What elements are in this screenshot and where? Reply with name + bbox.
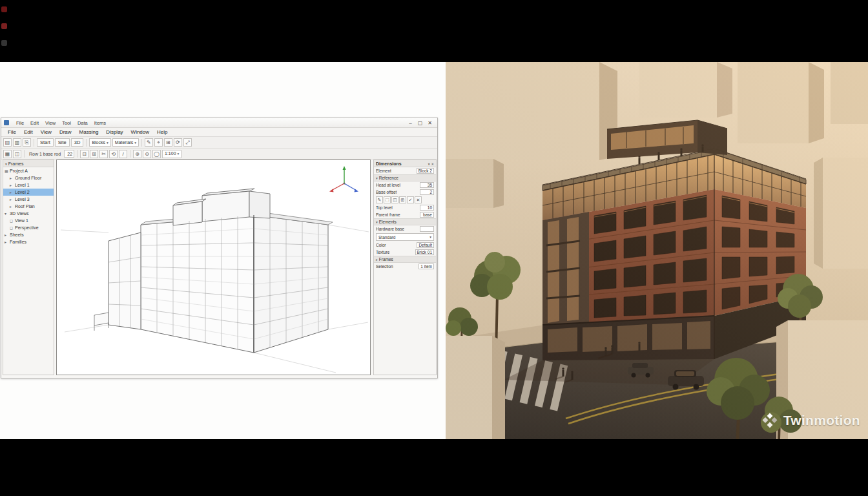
axis-z (344, 183, 356, 191)
prop-value-field[interactable]: Block 2 (417, 168, 434, 174)
menu-item[interactable]: Display (102, 129, 127, 135)
rotate-icon[interactable]: ⟳ (174, 138, 182, 147)
toolbar-text-button[interactable]: Site (55, 138, 70, 147)
title-menu-item[interactable]: Items (91, 120, 109, 126)
prop-value-field[interactable]: 1 item (418, 264, 434, 269)
extend-icon[interactable]: ⊞ (90, 150, 98, 158)
tree-item[interactable]: ▸ Level 2 (3, 189, 54, 196)
undo-icon[interactable]: ⟲ (109, 150, 118, 158)
axis-origin (344, 183, 346, 185)
menu-item[interactable]: Massing (76, 129, 103, 135)
snap-icon[interactable]: ⌖ (154, 138, 163, 147)
tree-item[interactable]: ▸ Ground Floor (3, 174, 54, 181)
open-file-icon[interactable]: ▥ (13, 138, 21, 147)
material-dropdown[interactable]: Standard ▾ (376, 233, 434, 241)
tree-item-label: Level 3 (15, 197, 30, 202)
prop-row: Selection 1 item (374, 263, 436, 270)
views-icon[interactable]: ◫ (13, 150, 21, 158)
prop-label: Color (376, 243, 386, 247)
layers-icon[interactable]: ▦ (3, 150, 12, 158)
draw-line-icon[interactable]: / (119, 150, 127, 158)
prop-row: Base offset 2 (374, 189, 436, 196)
menu-item[interactable]: Edit (20, 129, 37, 135)
menu-item[interactable]: Help (153, 129, 171, 135)
tree-item[interactable]: ▾ 3D Views (3, 210, 54, 217)
tree-item-label: Families (10, 240, 26, 244)
trim-icon[interactable]: ✂ (99, 150, 108, 158)
title-menu-item[interactable]: Data (74, 120, 91, 126)
mirror-icon[interactable]: ◫ (391, 196, 398, 203)
tree-item-icon: ▸ (10, 190, 15, 194)
menu-item[interactable]: File (4, 129, 20, 135)
toolbar-dropdown[interactable]: Blocks▾ (89, 138, 110, 147)
toolbar-field-value[interactable]: 22 (64, 150, 74, 158)
tree-item[interactable]: ◻ Perspective (3, 224, 54, 231)
zoom-out-icon[interactable]: ⊖ (143, 150, 151, 158)
move-icon[interactable]: ⤢ (183, 138, 192, 147)
menu-item[interactable]: Draw (56, 129, 76, 135)
wireframe-building-drawing (57, 160, 370, 375)
twinmotion-logo-text: Twinmotion (783, 413, 860, 428)
menu-strip: FileEditViewDrawMassingDisplayWindowHelp (4, 129, 172, 135)
prop-section-title: Frames (379, 257, 393, 262)
toolbar-text-button[interactable]: 3D (71, 138, 84, 147)
tree-item[interactable]: ◻ View 1 (3, 217, 54, 224)
zoom-in-icon[interactable]: ⊕ (133, 150, 141, 158)
prop-label: Texture (376, 250, 389, 254)
minimize-button[interactable]: – (406, 120, 415, 126)
prop-value-field[interactable] (420, 226, 434, 232)
entry-canopy (94, 313, 108, 331)
tree-list: ▦ Project A ▸ Ground Floor ▸ Level 1 (3, 167, 54, 245)
tree-panel-header[interactable]: ▾ Frames (3, 160, 54, 167)
prop-value-field[interactable]: 10 (420, 205, 434, 211)
tree-item-icon: ▦ (5, 169, 10, 173)
building-massing (108, 215, 328, 353)
tree-item[interactable]: ▸ Roof Plan (3, 203, 54, 210)
close-panel-icon[interactable]: ✕ (431, 162, 434, 166)
toolbar-field-label: Row 1 base rod (27, 152, 63, 156)
tree-item-label: Ground Floor (15, 176, 41, 180)
toolbar-dropdown[interactable]: Materials▾ (112, 138, 139, 147)
axis-y-arrow (343, 166, 346, 170)
grid-icon[interactable]: ⊞ (164, 138, 172, 147)
array-icon[interactable]: ⊞ (399, 196, 406, 203)
apply-icon[interactable]: ✓ (407, 196, 414, 203)
tree-item[interactable]: ▸ Level 3 (3, 196, 54, 203)
edit-icon[interactable]: ✎ (145, 138, 153, 147)
orbit-icon[interactable]: ◯ (152, 150, 161, 158)
section-icon[interactable]: ⊟ (80, 150, 88, 158)
maximize-button[interactable]: ▢ (415, 120, 425, 126)
toolbar-secondary: ▦◫ Row 1 base rod 22 ⊟⊞✂⟲ / ⊕⊖◯ 1:100▾ (1, 149, 437, 160)
save-icon[interactable]: ⎘ (23, 138, 31, 147)
menu-item[interactable]: View (37, 129, 56, 135)
tree-item[interactable]: ▸ Sheets (3, 231, 54, 238)
prop-value-field[interactable]: Brick 01 (415, 249, 434, 255)
title-menu-item[interactable]: Tool (59, 120, 74, 126)
new-file-icon[interactable]: ▤ (3, 138, 12, 147)
prop-section-header[interactable]: ▾ Elements (374, 218, 436, 225)
title-menu-item[interactable]: Edit (27, 120, 42, 126)
tree-item-icon: ▸ (10, 204, 15, 209)
toolbar-text-button[interactable]: Start (37, 138, 54, 147)
prop-value-field[interactable]: base (420, 212, 434, 218)
axis-gizmo[interactable] (329, 166, 358, 192)
tree-item[interactable]: ▸ Level 1 (3, 181, 54, 189)
warm-light-overlay (446, 62, 868, 439)
tree-item[interactable]: ▦ Project A (3, 167, 54, 174)
select-box-icon[interactable]: ⬚ (384, 196, 391, 203)
prop-section-header[interactable]: ▸ Frames (374, 256, 436, 263)
scale-dropdown[interactable]: 1:100▾ (162, 150, 181, 158)
prop-section-header[interactable]: ▾ Reference (374, 174, 436, 181)
prop-value-field[interactable]: 35 (420, 182, 434, 188)
title-menu-item[interactable]: File (13, 120, 27, 126)
tree-item[interactable]: ▸ Families (3, 238, 54, 245)
menu-item[interactable]: Window (127, 129, 153, 135)
edit-type-icon[interactable]: ✎ (376, 196, 383, 203)
drawing-viewport[interactable] (56, 160, 371, 375)
prop-value-field[interactable]: Default (417, 242, 434, 248)
clear-icon[interactable]: ✕ (415, 196, 422, 203)
title-menu-item[interactable]: View (42, 120, 59, 126)
close-button[interactable]: ✕ (425, 120, 435, 126)
prop-value-field[interactable]: 2 (420, 189, 434, 195)
collapse-icon[interactable]: ▾ (428, 162, 430, 166)
